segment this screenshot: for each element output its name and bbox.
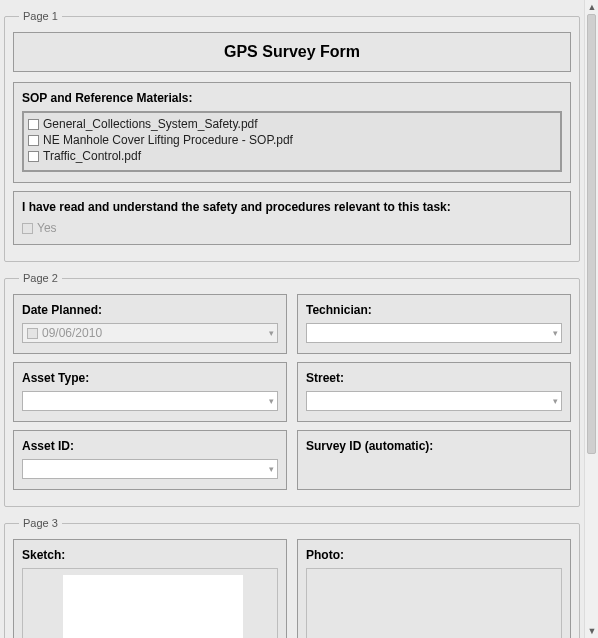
date-planned-panel: Date Planned: 09/06/2010 ▾: [13, 294, 287, 354]
ack-option-label: Yes: [37, 220, 57, 236]
sketch-canvas[interactable]: [22, 568, 278, 638]
asset-id-select[interactable]: ▾: [22, 459, 278, 479]
dropdown-icon[interactable]: ▾: [269, 329, 274, 338]
sop-label: SOP and Reference Materials:: [22, 91, 562, 105]
sop-item[interactable]: NE Manhole Cover Lifting Procedure - SOP…: [28, 132, 556, 148]
sop-item-name: Traffic_Control.pdf: [43, 148, 141, 164]
survey-id-value: [306, 459, 562, 479]
page-3: Page 3 Sketch: Photo:: [4, 517, 580, 638]
photo-label: Photo:: [306, 548, 562, 562]
sop-item-name: NE Manhole Cover Lifting Procedure - SOP…: [43, 132, 293, 148]
photo-canvas[interactable]: [306, 568, 562, 638]
dropdown-icon[interactable]: ▾: [553, 397, 558, 406]
checkbox-icon[interactable]: [27, 328, 38, 339]
scrollbar-thumb[interactable]: [587, 14, 596, 454]
page-1-legend: Page 1: [19, 10, 62, 22]
street-panel: Street: ▾: [297, 362, 571, 422]
sop-item[interactable]: General_Collections_System_Safety.pdf: [28, 116, 556, 132]
photo-panel: Photo:: [297, 539, 571, 638]
page-2: Page 2 Date Planned: 09/06/2010 ▾ Techni…: [4, 272, 580, 507]
survey-id-panel: Survey ID (automatic):: [297, 430, 571, 490]
form-title: GPS Survey Form: [224, 43, 360, 60]
date-planned-value: 09/06/2010: [42, 326, 102, 340]
checkbox-icon[interactable]: [28, 151, 39, 162]
sop-list: General_Collections_System_Safety.pdf NE…: [22, 111, 562, 172]
dropdown-icon[interactable]: ▾: [553, 329, 558, 338]
scroll-up-icon[interactable]: ▲: [585, 0, 598, 14]
technician-label: Technician:: [306, 303, 562, 317]
asset-id-panel: Asset ID: ▾: [13, 430, 287, 490]
ack-panel: I have read and understand the safety an…: [13, 191, 571, 245]
sop-item-name: General_Collections_System_Safety.pdf: [43, 116, 258, 132]
page-1: Page 1 GPS Survey Form SOP and Reference…: [4, 10, 580, 262]
technician-select[interactable]: ▾: [306, 323, 562, 343]
scroll-down-icon[interactable]: ▼: [585, 624, 598, 638]
page-2-legend: Page 2: [19, 272, 62, 284]
checkbox-icon[interactable]: [28, 135, 39, 146]
street-label: Street:: [306, 371, 562, 385]
asset-type-select[interactable]: ▾: [22, 391, 278, 411]
street-select[interactable]: ▾: [306, 391, 562, 411]
checkbox-icon[interactable]: [22, 223, 33, 234]
dropdown-icon[interactable]: ▾: [269, 465, 274, 474]
sketch-panel: Sketch:: [13, 539, 287, 638]
checkbox-icon[interactable]: [28, 119, 39, 130]
date-planned-label: Date Planned:: [22, 303, 278, 317]
asset-type-label: Asset Type:: [22, 371, 278, 385]
sketch-label: Sketch:: [22, 548, 278, 562]
sop-panel: SOP and Reference Materials: General_Col…: [13, 82, 571, 183]
sop-item[interactable]: Traffic_Control.pdf: [28, 148, 556, 164]
asset-type-panel: Asset Type: ▾: [13, 362, 287, 422]
asset-id-label: Asset ID:: [22, 439, 278, 453]
vertical-scrollbar[interactable]: ▲ ▼: [584, 0, 598, 638]
scroll-area: Page 1 GPS Survey Form SOP and Reference…: [0, 0, 584, 638]
dropdown-icon[interactable]: ▾: [269, 397, 274, 406]
ack-label: I have read and understand the safety an…: [22, 200, 562, 214]
date-planned-input[interactable]: 09/06/2010 ▾: [22, 323, 278, 343]
page-3-legend: Page 3: [19, 517, 62, 529]
survey-id-label: Survey ID (automatic):: [306, 439, 562, 453]
form-viewport: Page 1 GPS Survey Form SOP and Reference…: [0, 0, 598, 638]
form-title-box: GPS Survey Form: [13, 32, 571, 72]
technician-panel: Technician: ▾: [297, 294, 571, 354]
ack-option[interactable]: Yes: [22, 220, 562, 236]
sketch-area[interactable]: [63, 575, 243, 638]
